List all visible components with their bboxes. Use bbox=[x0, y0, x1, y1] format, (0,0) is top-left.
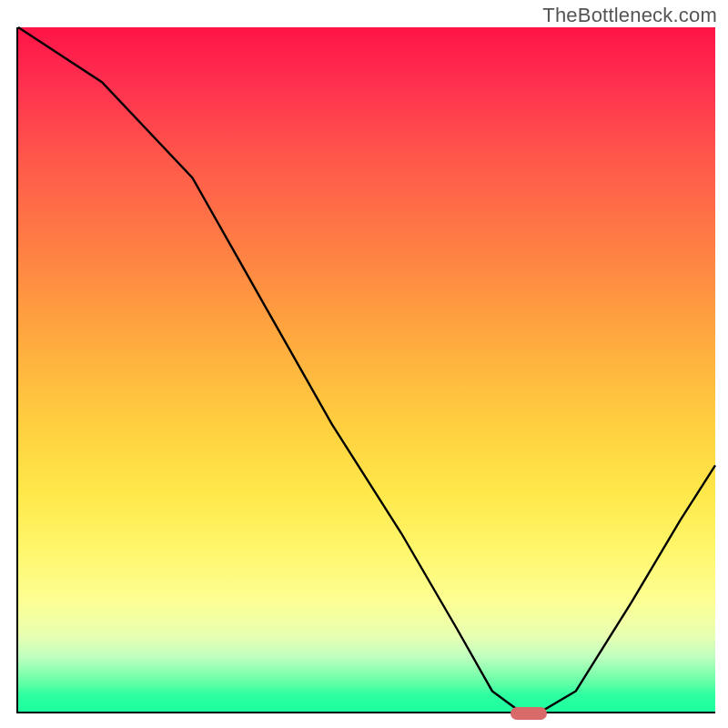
optimal-marker bbox=[511, 707, 547, 720]
curve-svg bbox=[18, 27, 715, 712]
watermark-text: TheBottleneck.com bbox=[542, 4, 717, 27]
chart-container: TheBottleneck.com bbox=[0, 0, 728, 728]
bottleneck-curve-path bbox=[18, 27, 715, 712]
plot-area bbox=[16, 27, 715, 713]
